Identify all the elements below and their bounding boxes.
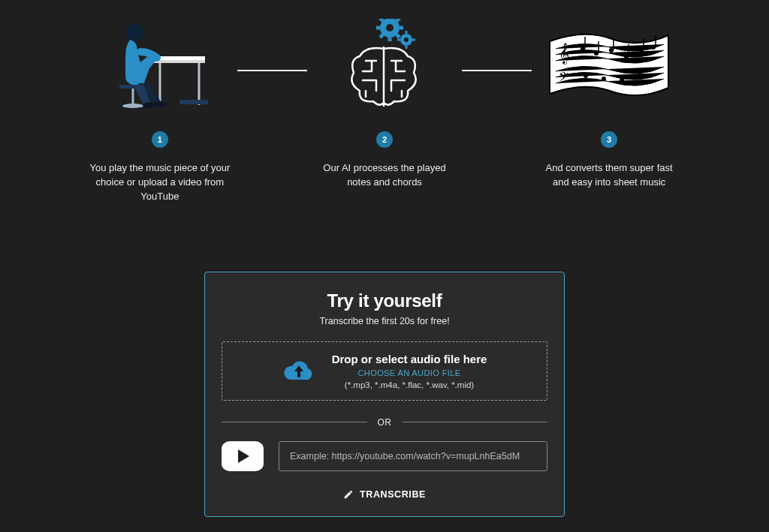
- pencil-icon: [343, 489, 354, 500]
- accepted-formats: (*.mp3, *.m4a, *.flac, *.wav, *.mid): [345, 380, 474, 389]
- step-text-2: Our AI processes the played notes and ch…: [307, 161, 462, 190]
- cloud-upload-icon: [282, 358, 315, 383]
- transcribe-label: TRANSCRIBE: [360, 489, 426, 500]
- pianist-icon: [107, 19, 213, 109]
- pianist-illustration: [107, 19, 213, 109]
- youtube-row: [222, 441, 547, 471]
- svg-point-37: [639, 48, 644, 53]
- step-text-3: And converts them super fast and easy in…: [532, 161, 686, 190]
- connector-line: [462, 70, 532, 71]
- svg-line-17: [397, 35, 400, 38]
- svg-point-42: [602, 77, 606, 81]
- svg-line-19: [397, 19, 400, 21]
- svg-point-2: [122, 104, 143, 108]
- step-text-1: You play the music piece of your choice …: [83, 161, 237, 204]
- youtube-icon: [222, 441, 264, 471]
- svg-point-31: [594, 51, 599, 56]
- svg-point-44: [638, 74, 642, 78]
- file-drop-zone[interactable]: Drop or select audio file here CHOOSE AN…: [222, 341, 547, 401]
- or-separator: OR: [222, 417, 547, 428]
- svg-point-26: [404, 38, 409, 42]
- brain-gears-icon: [343, 19, 426, 109]
- svg-point-29: [581, 47, 585, 51]
- step-1: 1 You play the music piece of your choic…: [83, 19, 237, 204]
- svg-point-35: [624, 54, 629, 59]
- step-badge-2: 2: [376, 131, 393, 148]
- brain-illustration: [343, 19, 426, 109]
- choose-file-link[interactable]: CHOOSE AN AUDIO FILE: [358, 368, 461, 377]
- try-title: Try it yourself: [327, 290, 442, 311]
- step-3: 𝄞 𝄢 3 And converts them super fast and e…: [532, 19, 686, 190]
- svg-line-16: [380, 19, 383, 21]
- step-badge-3: 3: [601, 131, 617, 148]
- drop-title: Drop or select audio file here: [332, 353, 487, 365]
- or-label: OR: [378, 417, 392, 428]
- try-it-panel: Try it yourself Transcribe the first 20s…: [204, 272, 565, 517]
- svg-rect-7: [179, 100, 208, 104]
- try-subtitle: Transcribe the first 20s for free!: [319, 316, 449, 326]
- connector-line: [237, 70, 307, 71]
- sheet-music-icon: 𝄞 𝄢: [545, 26, 673, 101]
- svg-point-20: [386, 24, 394, 32]
- how-it-works-steps: 1 You play the music piece of your choic…: [0, 0, 769, 204]
- youtube-url-input[interactable]: [279, 441, 547, 471]
- step-2: 2 Our AI processes the played notes and …: [307, 19, 462, 190]
- svg-line-18: [380, 35, 383, 38]
- sheet-music-illustration: 𝄞 𝄢: [545, 19, 673, 109]
- transcribe-button[interactable]: TRANSCRIBE: [343, 489, 426, 500]
- svg-point-39: [651, 45, 656, 50]
- drop-texts: Drop or select audio file here CHOOSE AN…: [332, 353, 487, 389]
- svg-point-10: [143, 102, 156, 108]
- svg-point-8: [125, 23, 143, 41]
- step-badge-1: 1: [152, 131, 168, 148]
- svg-point-43: [620, 78, 624, 83]
- svg-point-33: [609, 48, 614, 53]
- svg-text:𝄢: 𝄢: [559, 70, 568, 86]
- svg-text:𝄞: 𝄞: [559, 43, 569, 65]
- svg-point-41: [584, 74, 588, 78]
